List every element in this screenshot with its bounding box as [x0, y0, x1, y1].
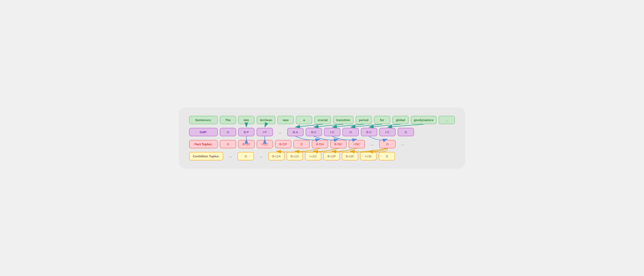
token-for: for [374, 116, 390, 124]
token-global: global [392, 116, 409, 124]
token-archean: Archean [256, 116, 276, 124]
token-the: The [220, 116, 236, 124]
cap-ic: I-C [324, 128, 340, 136]
cap-dots1: ... [275, 130, 285, 134]
fact-o3: O [379, 140, 396, 148]
fact-row: Fact Tuples: O B-f1C I-f1C B-f2P O B-f3A… [189, 140, 455, 148]
cap-o2: O [342, 128, 359, 136]
rows-wrapper: Sentences: The late Archean was a crucia… [189, 116, 455, 160]
cap-o3: O [398, 128, 414, 136]
cap-bc: B-C [306, 128, 322, 136]
token-a: a [296, 116, 312, 124]
fact-dots: ... [367, 142, 377, 146]
token-geodynamics: geodynamics [411, 116, 436, 124]
cap-ba: B-A [287, 128, 304, 136]
cond-ic1c: I-c1C [305, 152, 322, 160]
token-period: period [356, 116, 372, 124]
cap-ip: I-P [256, 128, 273, 136]
condition-row: Contiditon Tuples: ... O ... B-c1A B-c1C… [189, 152, 455, 160]
cap-ic2: I-C [379, 128, 396, 136]
token-crucial: crucial [314, 116, 331, 124]
cond-o2: O [379, 152, 395, 160]
cond-bc1a: B-c1A [268, 152, 284, 160]
cap-row: CAP: O B-P I-P ... B-A B-C I-C O B-C I-C… [189, 128, 455, 136]
cap-label: CAP: [189, 128, 218, 136]
cond-bc1c: B-c1C [287, 152, 303, 160]
cond-dots2: ... [256, 154, 266, 158]
cap-bp: B-P [238, 128, 254, 136]
fact-o1: O [220, 140, 236, 148]
fact-if1c: I-f1C [256, 140, 273, 148]
condition-label: Contiditon Tuples: [189, 152, 223, 160]
cap-o1: O [220, 128, 236, 136]
cond-bc2p: B-c2P [324, 152, 340, 160]
fact-bf1c: B-f1C [238, 140, 254, 148]
cond-ic3c: I-c3C [360, 152, 376, 160]
fact-dots2: ... [398, 142, 408, 146]
sentences-row: Sentences: The late Archean was a crucia… [189, 116, 455, 124]
fact-o2: O [294, 140, 310, 148]
cond-bc3c: B-c3C [342, 152, 358, 160]
token-period-end: . [438, 116, 455, 124]
fact-if3c: I-f3C [348, 140, 365, 148]
fact-bf3a: B-f3A [312, 140, 328, 148]
fact-bf3c: B-f3C [330, 140, 346, 148]
cap-bc2: B-C [361, 128, 377, 136]
fact-label: Fact Tuples: [189, 140, 218, 148]
fact-bf2p: B-f2P [275, 140, 291, 148]
token-was: was [278, 116, 294, 124]
cond-o1: O [238, 152, 254, 160]
token-transition: transition [333, 116, 354, 124]
cond-dots1: ... [225, 154, 236, 158]
sentences-label: Sentences: [189, 116, 218, 124]
token-late: late [238, 116, 254, 124]
diagram-container: Sentences: The late Archean was a crucia… [179, 108, 465, 169]
